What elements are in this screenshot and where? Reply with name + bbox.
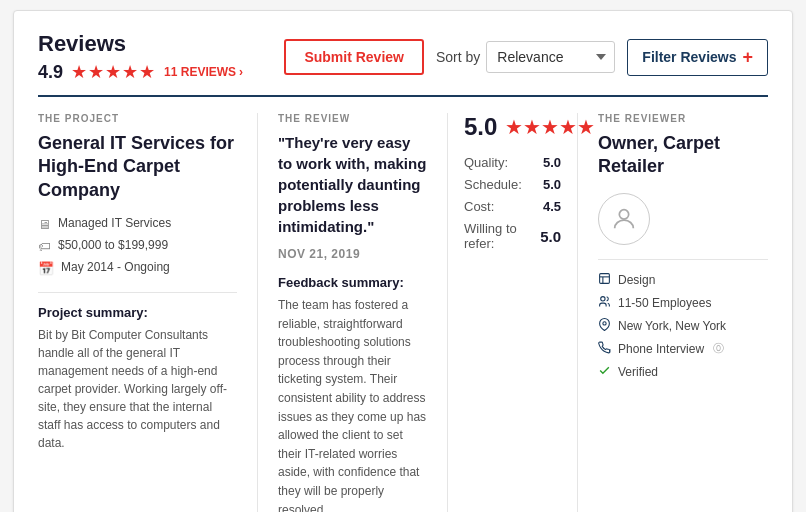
svg-point-9 — [601, 296, 605, 300]
verified-icon — [598, 364, 611, 380]
reviewer-column: THE REVIEWER Owner, Carpet Retailer Desi… — [578, 113, 768, 512]
project-title: General IT Services for High-End Carpet … — [38, 132, 237, 202]
svg-point-5 — [619, 209, 628, 218]
review-quote: "They're very easy to work with, making … — [278, 132, 427, 237]
filter-plus-icon: + — [742, 47, 753, 68]
reviewer-section-label: THE REVIEWER — [598, 113, 768, 124]
project-service-text: Managed IT Services — [58, 216, 171, 230]
rating-number: 4.9 — [38, 62, 63, 83]
schedule-row: Schedule: 5.0 — [464, 177, 561, 192]
cost-label: Cost: — [464, 199, 494, 214]
scores-column: 5.0 ★★★★★ Quality: 5.0 Schedule: 5.0 Cos… — [448, 113, 578, 512]
phone-icon — [598, 341, 611, 357]
reviews-count-link[interactable]: 11 REVIEWS › — [164, 65, 243, 79]
cost-row: Cost: 4.5 — [464, 199, 561, 214]
willing-value: 5.0 — [540, 228, 561, 245]
project-date-text: May 2014 - Ongoing — [61, 260, 170, 274]
design-icon — [598, 272, 611, 288]
question-icon: ⓪ — [713, 341, 724, 356]
header-stars: ★★★★★ — [71, 61, 156, 83]
reviewer-meta-employees: 11-50 Employees — [598, 295, 768, 311]
feedback-text: The team has fostered a reliable, straig… — [278, 296, 427, 512]
sort-select[interactable]: Relevance Most Recent Highest Rated Lowe… — [486, 41, 615, 73]
location-icon — [598, 318, 611, 334]
project-meta-date: 📅 May 2014 - Ongoing — [38, 260, 237, 276]
willing-label: Willing to refer: — [464, 221, 540, 251]
overall-score-row: 5.0 ★★★★★ — [464, 113, 561, 141]
reviewer-meta-verified: Verified — [598, 364, 768, 380]
review-card: Reviews 4.9 ★★★★★ 11 REVIEWS › Submit Re… — [13, 10, 793, 512]
review-section-label: THE REVIEW — [278, 113, 427, 124]
schedule-value: 5.0 — [543, 177, 561, 192]
project-summary-text: Bit by Bit Computer Consultants handle a… — [38, 326, 237, 452]
design-text: Design — [618, 273, 655, 287]
calendar-icon: 📅 — [38, 261, 54, 276]
cost-value: 4.5 — [543, 199, 561, 214]
schedule-label: Schedule: — [464, 177, 522, 192]
feedback-label: Feedback summary: — [278, 275, 427, 290]
reviewer-meta-phone: Phone Interview ⓪ — [598, 341, 768, 357]
submit-review-button[interactable]: Submit Review — [284, 39, 424, 75]
reviewer-meta-list: Design 11-50 Employees New York, New Yor… — [598, 259, 768, 380]
avatar — [598, 193, 650, 245]
project-column: THE PROJECT General IT Services for High… — [38, 113, 258, 512]
rating-row: 4.9 ★★★★★ 11 REVIEWS › — [38, 61, 243, 83]
project-summary-label: Project summary: — [38, 292, 237, 320]
project-meta-list: 🖥 Managed IT Services 🏷 $50,000 to $199,… — [38, 216, 237, 276]
review-body: THE PROJECT General IT Services for High… — [38, 113, 768, 512]
reviewer-meta-design: Design — [598, 272, 768, 288]
svg-rect-6 — [600, 273, 610, 283]
project-meta-service: 🖥 Managed IT Services — [38, 216, 237, 232]
review-column: THE REVIEW "They're very easy to work wi… — [258, 113, 448, 512]
employees-text: 11-50 Employees — [618, 296, 711, 310]
location-text: New York, New York — [618, 319, 726, 333]
sort-label: Sort by — [436, 49, 480, 65]
header-left: Reviews 4.9 ★★★★★ 11 REVIEWS › — [38, 31, 243, 83]
willing-to-refer-row: Willing to refer: 5.0 — [464, 221, 561, 251]
phone-text: Phone Interview — [618, 342, 704, 356]
verified-text: Verified — [618, 365, 658, 379]
svg-point-10 — [603, 322, 606, 325]
quality-row: Quality: 5.0 — [464, 155, 561, 170]
filter-reviews-button[interactable]: Filter Reviews + — [627, 39, 768, 76]
filter-label: Filter Reviews — [642, 49, 736, 65]
project-section-label: THE PROJECT — [38, 113, 237, 124]
review-date: NOV 21, 2019 — [278, 247, 427, 261]
reviewer-title: Owner, Carpet Retailer — [598, 132, 768, 179]
project-meta-budget: 🏷 $50,000 to $199,999 — [38, 238, 237, 254]
reviewer-meta-location: New York, New York — [598, 318, 768, 334]
sort-container: Sort by Relevance Most Recent Highest Ra… — [436, 41, 615, 73]
quality-value: 5.0 — [543, 155, 561, 170]
project-budget-text: $50,000 to $199,999 — [58, 238, 168, 252]
employees-icon — [598, 295, 611, 311]
tag-icon: 🏷 — [38, 239, 51, 254]
header-right: Submit Review Sort by Relevance Most Rec… — [284, 39, 768, 76]
reviews-header: Reviews 4.9 ★★★★★ 11 REVIEWS › Submit Re… — [38, 31, 768, 97]
reviews-title: Reviews — [38, 31, 243, 57]
monitor-icon: 🖥 — [38, 217, 51, 232]
quality-label: Quality: — [464, 155, 508, 170]
overall-score: 5.0 — [464, 113, 497, 141]
